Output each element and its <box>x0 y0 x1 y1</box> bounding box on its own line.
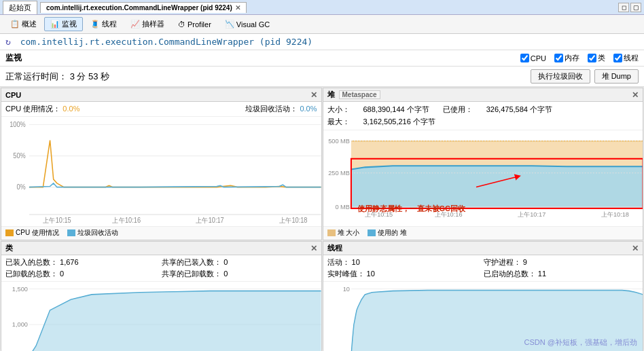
heap-panel-title: 堆 Metaspace <box>327 90 383 100</box>
classes-checkbox[interactable]: 类 <box>588 53 605 63</box>
status-bar: 正常运行时间： 3 分 53 秒 执行垃圾回收 堆 Dump <box>0 67 644 87</box>
threads-stats: 活动： 10 守护进程： 9 实时峰值： 10 已启动的总数： 11 <box>323 255 643 281</box>
cpu-legend-usage: CPU 使用情况 <box>5 228 59 238</box>
gc-legend-color <box>67 229 75 236</box>
cpu-panel: CPU ✕ CPU 使用情况： 0.0% 垃圾回收活动： 0.0% 100% <box>1 88 322 240</box>
title-bar: 起始页 com.intellij.rt.execution.CommandLin… <box>0 0 644 15</box>
heap-title-label: 堆 <box>327 90 335 100</box>
classes-loaded-label: 已装入的总数： <box>5 258 58 266</box>
heap-size-value: 688,390,144 个字节 <box>363 104 429 116</box>
classes-panel: 类 ✕ 已装入的总数： 1,676 共享的已装入数： 0 已卸载的总数： 0 共… <box>1 241 322 351</box>
classes-unloaded-stat: 已卸载的总数： 0 <box>5 269 160 279</box>
heap-size-legend: 堆 大小 <box>327 228 360 238</box>
heap-used-legend: 使用的 堆 <box>368 228 407 238</box>
cpu-panel-close[interactable]: ✕ <box>310 90 317 100</box>
classes-loaded-stat: 已装入的总数： 1,676 <box>5 257 160 267</box>
tab-main[interactable]: com.intellij.rt.execution.CommandLineWra… <box>40 2 247 13</box>
heap-max-value: 3,162,505,216 个字节 <box>363 116 435 128</box>
refresh-icon: ↻ <box>5 37 11 47</box>
svg-text:上午10:18: 上午10:18 <box>279 216 308 224</box>
heap-dump-button[interactable]: 堆 Dump <box>594 69 639 84</box>
maximize-button[interactable]: ▢ <box>630 3 641 12</box>
gc-activity-value: 0.0% <box>300 105 317 113</box>
cpu-chart-svg: 100% 50% 0% 上午10:15 上午10:16 上午10:17 上午10… <box>1 117 321 226</box>
overview-icon: 📋 <box>10 20 20 29</box>
threads-started-label: 已启动的总数： <box>484 270 536 278</box>
classes-shared-loaded-value: 0 <box>223 258 228 266</box>
threads-peak-label: 实时峰值： <box>327 270 365 278</box>
classes-checkbox-label: 类 <box>598 53 605 63</box>
classes-unloaded-label: 已卸载的总数： <box>5 270 58 278</box>
toolbar-profiler[interactable]: ⏱ Profiler <box>172 18 217 31</box>
heap-used-value: 326,475,584 个字节 <box>486 104 552 116</box>
tab-close-icon[interactable]: ✕ <box>235 4 240 12</box>
svg-text:上午10:17: 上午10:17 <box>196 216 224 224</box>
cpu-usage-label: CPU 使用情况： <box>5 105 60 113</box>
gc-legend-label: 垃圾回收活动 <box>77 228 118 238</box>
heap-info-row2: 最大： 3,162,505,216 个字节 <box>327 116 639 128</box>
svg-text:1,500: 1,500 <box>12 286 28 293</box>
cpu-chart: 100% 50% 0% 上午10:15 上午10:16 上午10:17 上午10… <box>1 116 321 226</box>
classes-chart: 1,500 1,000 <box>1 281 321 351</box>
heap-size-label: 大小： <box>327 104 350 116</box>
classes-panel-close[interactable]: ✕ <box>310 244 317 253</box>
restore-button[interactable]: ◻ <box>618 3 629 12</box>
monitor-header: 监视 CPU 内存 类 线程 <box>0 50 644 67</box>
threads-checkbox[interactable]: 线程 <box>613 53 639 63</box>
classes-panel-header: 类 ✕ <box>1 242 321 255</box>
heap-panel-tag: Metaspace <box>339 90 380 99</box>
toolbar-monitor[interactable]: 📊 监视 <box>44 17 83 31</box>
status-buttons: 执行垃圾回收 堆 Dump <box>531 69 639 84</box>
sampler-label: 抽样器 <box>142 19 164 29</box>
profiler-label: Profiler <box>187 20 211 29</box>
cpu-legend-color <box>5 229 14 236</box>
heap-used-legend-label: 使用的 堆 <box>378 228 407 238</box>
main-content: CPU ✕ CPU 使用情况： 0.0% 垃圾回收活动： 0.0% 100% <box>0 87 644 350</box>
threads-panel-title: 线程 <box>327 243 342 253</box>
heap-info-row1: 大小： 688,390,144 个字节 已使用： 326,475,584 个字节 <box>327 104 639 116</box>
toolbar-overview[interactable]: 📋 概述 <box>4 17 43 31</box>
classes-shared-unloaded-label: 共享的已卸载数： <box>162 270 221 278</box>
threads-started-stat: 已启动的总数： 11 <box>484 269 639 279</box>
monitor-icon: 📊 <box>50 20 60 29</box>
gc-legend-activity: 垃圾回收活动 <box>67 228 118 238</box>
gc-activity-label: 垃圾回收活动： <box>245 105 298 113</box>
classes-chart-svg: 1,500 1,000 <box>1 282 321 351</box>
threads-panel-close[interactable]: ✕ <box>632 244 639 253</box>
threads-checkbox-label: 线程 <box>624 53 639 63</box>
threads-active-stat: 活动： 10 <box>327 257 482 267</box>
svg-text:0%: 0% <box>16 183 26 191</box>
threads-panel: 线程 ✕ 活动： 10 守护进程： 9 实时峰值： 10 已启动的总数： 11 <box>323 241 644 351</box>
svg-text:上午10:15: 上午10:15 <box>43 216 71 224</box>
threads-guard-label: 守护进程： <box>484 258 521 266</box>
cpu-usage-stat: CPU 使用情况： 0.0% <box>5 104 79 114</box>
toolbar: 📋 概述 📊 监视 🧵 线程 📈 抽样器 ⏱ Profiler 📉 Visual… <box>0 15 644 34</box>
heap-info: 大小： 688,390,144 个字节 已使用： 326,475,584 个字节… <box>323 102 643 130</box>
monitor-label: 监视 <box>62 19 77 29</box>
classes-panel-title: 类 <box>5 243 13 253</box>
heap-panel-close[interactable]: ✕ <box>632 90 639 100</box>
heap-chart: 500 MB 250 MB 0 MB 上午10:15 上午10:16 上午10:… <box>323 130 643 226</box>
cpu-checkbox[interactable]: CPU <box>520 54 546 62</box>
toolbar-visual-gc[interactable]: 📉 Visual GC <box>219 18 276 31</box>
cpu-usage-value: 0.0% <box>62 105 79 113</box>
gc-button[interactable]: 执行垃圾回收 <box>531 69 590 84</box>
monitor-section-title: 监视 <box>5 52 22 64</box>
memory-checkbox[interactable]: 内存 <box>554 53 579 63</box>
threads-peak-stat: 实时峰值： 10 <box>327 269 482 279</box>
cpu-stats: CPU 使用情况： 0.0% 垃圾回收活动： 0.0% <box>1 102 321 116</box>
toolbar-sampler[interactable]: 📈 抽样器 <box>124 17 171 31</box>
heap-annotation: 使用静态属性，一直未被GC回收 <box>357 204 466 214</box>
threads-panel-header: 线程 ✕ <box>323 242 643 255</box>
svg-text:上午10:17: 上午10:17 <box>518 212 545 219</box>
svg-text:上午10:16: 上午10:16 <box>112 216 141 224</box>
svg-text:500 MB: 500 MB <box>328 138 350 145</box>
tab-start[interactable]: 起始页 <box>3 1 37 14</box>
toolbar-threads[interactable]: 🧵 线程 <box>84 17 123 31</box>
heap-panel: 堆 Metaspace ✕ 大小： 688,390,144 个字节 已使用： 3… <box>323 88 644 240</box>
monitor-checkboxes: CPU 内存 类 线程 <box>520 53 639 63</box>
cpu-legend: CPU 使用情况 垃圾回收活动 <box>1 226 321 240</box>
threads-active-label: 活动： <box>327 258 350 266</box>
heap-size-legend-color <box>327 229 336 236</box>
gc-activity-stat: 垃圾回收活动： 0.0% <box>245 104 317 114</box>
